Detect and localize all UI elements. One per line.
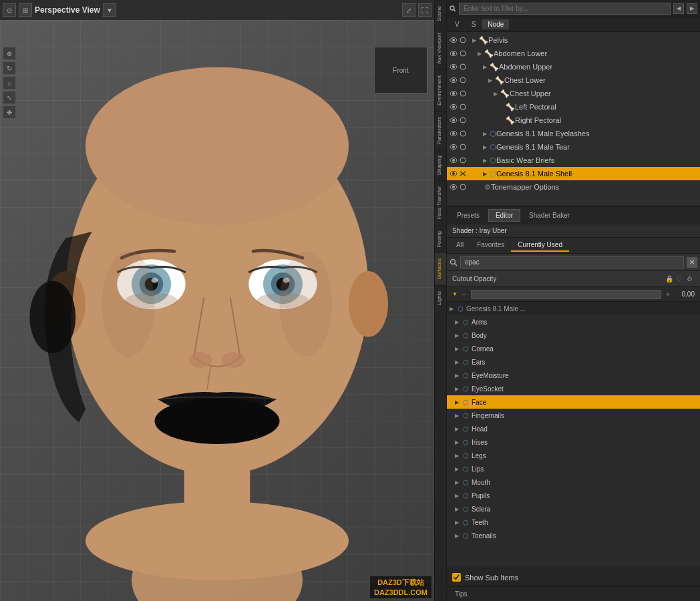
tree-item-tear[interactable]: ▶ ⬡ Genesis 8.1 Male Tear [447, 140, 700, 154]
perspective-icon[interactable]: ⊙ [3, 3, 16, 17]
surface-item-teeth[interactable]: ▶ ⬡ Teeth [447, 516, 700, 529]
tab-presets[interactable]: Presets [450, 209, 487, 222]
scene-search-input[interactable] [459, 3, 671, 15]
surface-item-legs[interactable]: ▶ ⬡ Legs [447, 449, 700, 462]
svg-point-36 [460, 64, 466, 69]
show-sub-items-checkbox[interactable] [452, 573, 461, 582]
tips-tab[interactable]: Tips [450, 589, 473, 599]
surface-item-eyesocket[interactable]: ▶ ⬡ EyeSocket [447, 382, 700, 395]
surface-item-irises[interactable]: ▶ ⬡ Irises [447, 435, 700, 449]
rotate-icon[interactable]: ↻ [3, 61, 16, 75]
filter-tab-all[interactable]: All [450, 239, 470, 252]
render-icon [459, 184, 467, 190]
tab-shader-baker[interactable]: Shader Baker [522, 209, 577, 222]
bottom-footer: Show Sub Items [447, 568, 700, 586]
property-minus-btn[interactable]: − [460, 290, 468, 298]
visibility-icon [450, 170, 458, 177]
tree-item-pelvis[interactable]: ▶ 🦴 Pelvis [447, 33, 700, 47]
side-label-scene[interactable]: Scene [435, 0, 446, 27]
fit-icon[interactable]: ⤡ [3, 91, 16, 104]
side-label-environment[interactable]: Environment [435, 69, 446, 111]
footer-tips: Tips [447, 586, 700, 601]
property-name-label: Cutout Opacity [452, 275, 665, 282]
visibility-icon [450, 144, 458, 150]
tree-item-right-pectoral[interactable]: ▶ 🦴 Right Pectoral [447, 114, 700, 127]
scene-tab-s[interactable]: S [466, 19, 482, 29]
render-icon [459, 144, 467, 150]
gear-icon[interactable]: ⚙ [687, 275, 695, 283]
scene-tab-v[interactable]: V [450, 19, 465, 29]
side-label-aux[interactable]: Aux Viewport [435, 27, 446, 69]
side-label-lights[interactable]: Lights [435, 285, 446, 311]
surface-item-pupils[interactable]: ▶ ⬡ Pupils [447, 489, 700, 502]
side-label-parameters[interactable]: Parameters [435, 111, 446, 150]
surface-item-head[interactable]: ▶ ⬡ Head [447, 422, 700, 435]
filter-tab-favorites[interactable]: Favorites [470, 239, 511, 252]
tree-item-left-pectoral[interactable]: ▶ 🦴 Left Pectoral [447, 100, 700, 114]
svg-point-41 [452, 92, 455, 95]
surface-item-mouth[interactable]: ▶ ⬡ Mouth [447, 475, 700, 489]
perspective-label: Perspective View [35, 5, 100, 15]
filter-tab-currently-used[interactable]: Currently Used [511, 239, 569, 252]
render-icon [459, 50, 467, 57]
tree-label-male-shell: Genesis 8.1 Male Shell [496, 170, 572, 178]
side-label-shaping[interactable]: Shaping [435, 150, 446, 180]
scene-tab-node[interactable]: Node [482, 19, 509, 29]
grid-icon[interactable]: ⊞ [19, 3, 32, 17]
tree-label-left-pectoral: Left Pectoral [515, 103, 556, 111]
tree-item-abdomen-lower[interactable]: ▶ 🦴 Abdomen Lower [447, 47, 700, 60]
svg-line-66 [455, 263, 458, 266]
tree-item-tonemapper[interactable]: ▶ ⚙ Tonemapper Options [447, 180, 700, 194]
zoom-icon[interactable]: ⌕ [3, 76, 16, 89]
surface-item-cornea[interactable]: ▶ ⬡ Cornea [447, 342, 700, 355]
watermark: DAZ3D下载站 DAZ3DDL.COM [370, 576, 431, 598]
fullscreen-icon[interactable]: ⤢ [402, 3, 415, 17]
svg-point-48 [460, 118, 466, 123]
dropdown-arrow-icon[interactable]: ▼ [103, 3, 116, 17]
property-value-row: ▼ − + 0.00 [447, 287, 700, 302]
side-label-surfaces[interactable]: Surfaces [435, 252, 446, 285]
pan-icon[interactable]: ✥ [3, 106, 16, 119]
compass-icon[interactable]: ⊕ [3, 47, 16, 60]
tree-item-male-shell[interactable]: ▶ ⬡ Genesis 8.1 Male Shell [447, 167, 700, 180]
surface-item-sclera[interactable]: ▶ ⬡ Sclera [447, 502, 700, 516]
svg-point-38 [452, 79, 455, 81]
tree-item-chest-upper[interactable]: ▶ 🦴 Chest Upper [447, 87, 700, 100]
side-label-posing[interactable]: Posing [435, 225, 446, 252]
property-search-input[interactable] [460, 256, 684, 268]
property-slider[interactable] [471, 290, 661, 299]
mini-viewport[interactable]: Front [374, 47, 427, 93]
surface-label-toenails: Toenails [472, 532, 496, 540]
svg-point-47 [452, 119, 455, 122]
surface-item-toenails[interactable]: ▶ ⬡ Toenails [447, 529, 700, 542]
maximize-icon[interactable]: ⛶ [418, 3, 431, 17]
tree-item-abdomen-upper[interactable]: ▶ 🦴 Abdomen Upper [447, 60, 700, 73]
tab-editor[interactable]: Editor [488, 209, 520, 222]
surface-item-lips[interactable]: ▶ ⬡ Lips [447, 462, 700, 475]
tree-item-briefs[interactable]: ▶ ⬡ Basic Wear Briefs [447, 154, 700, 167]
surface-item-arms[interactable]: ▶ ⬡ Arms [447, 315, 700, 329]
surface-item-eyemoisture[interactable]: ▶ ⬡ EyeMoisture [447, 369, 700, 382]
property-plus-btn[interactable]: + [664, 290, 672, 298]
surface-item-body[interactable]: ▶ ⬡ Body [447, 329, 700, 342]
property-triangle[interactable]: ▼ [452, 291, 458, 297]
surface-label-sclera: Sclera [472, 506, 490, 513]
heart-icon[interactable]: ♡ [676, 275, 684, 283]
scene-tree: ▶ 🦴 Pelvis ▶ 🦴 Abdomen Lower [447, 32, 700, 206]
scene-nav-next[interactable]: ▶ [687, 3, 697, 14]
surface-header-arrow[interactable]: ▶ [450, 306, 455, 312]
svg-point-25 [256, 292, 309, 309]
svg-point-59 [452, 172, 455, 175]
surface-item-face[interactable]: ▶ ⬡ Face [447, 395, 700, 409]
surface-item-fingernails[interactable]: ▶ ⬡ Fingernails [447, 409, 700, 422]
scene-nav-prev[interactable]: ◀ [673, 3, 684, 14]
lock-icon[interactable]: 🔒 [665, 275, 673, 283]
property-value-display: 0.00 [675, 290, 695, 298]
tree-item-eyelashes[interactable]: ▶ ⬡ Genesis 8.1 Male Eyelashes [447, 127, 700, 140]
close-icon [459, 170, 467, 177]
tree-item-chest-lower[interactable]: ▶ 🦴 Chest Lower [447, 73, 700, 87]
surface-item-ears[interactable]: ▶ ⬡ Ears [447, 355, 700, 369]
svg-point-30 [460, 37, 466, 43]
side-label-face-transfer[interactable]: Face Transfer [435, 180, 446, 224]
clear-search-button[interactable]: ✕ [687, 257, 697, 268]
